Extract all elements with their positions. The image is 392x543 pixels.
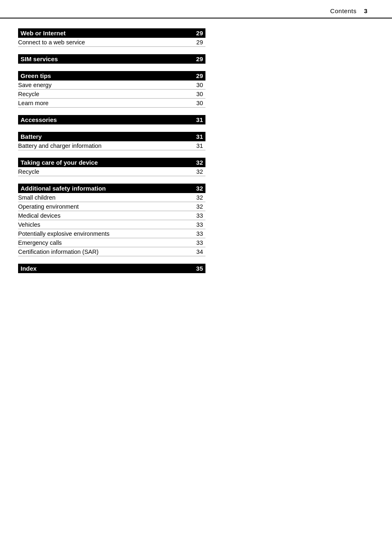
toc-section-index: Index35 bbox=[18, 264, 205, 273]
toc-section-header-taking-care[interactable]: Taking care of your device32 bbox=[18, 158, 205, 167]
toc-section-header-web-internet[interactable]: Web or Internet29 bbox=[18, 28, 205, 38]
toc-container: Web or Internet29Connect to a web servic… bbox=[0, 18, 230, 290]
toc-item[interactable]: Emergency calls33 bbox=[18, 238, 205, 247]
toc-section-page-green-tips: 29 bbox=[193, 72, 203, 79]
toc-item-page: 32 bbox=[193, 168, 203, 175]
page-header: Contents 3 bbox=[0, 0, 392, 18]
toc-section-page-battery: 31 bbox=[193, 133, 203, 140]
toc-items-battery: Battery and charger information31 bbox=[18, 141, 205, 150]
toc-section-web-internet: Web or Internet29Connect to a web servic… bbox=[18, 28, 205, 47]
toc-item[interactable]: Small children32 bbox=[18, 193, 205, 202]
toc-item-label: Recycle bbox=[18, 91, 39, 97]
toc-section-title-additional-safety: Additional safety information bbox=[21, 185, 106, 192]
toc-item-page: 30 bbox=[193, 82, 203, 88]
toc-item-page: 33 bbox=[193, 230, 203, 237]
toc-item-page: 30 bbox=[193, 100, 203, 106]
toc-item-label: Recycle bbox=[18, 168, 39, 175]
header-page-number: 3 bbox=[364, 7, 367, 14]
toc-section-green-tips: Green tips29Save energy30Recycle30Learn … bbox=[18, 71, 205, 108]
toc-section-title-sim-services: SIM services bbox=[21, 55, 58, 62]
toc-section-page-index: 35 bbox=[193, 265, 203, 272]
toc-item-label: Small children bbox=[18, 194, 55, 201]
toc-item-label: Certification information (SAR) bbox=[18, 248, 99, 255]
toc-section-page-taking-care: 32 bbox=[193, 159, 203, 166]
toc-item-page: 33 bbox=[193, 239, 203, 246]
toc-item-page: 31 bbox=[193, 143, 203, 149]
toc-section-header-accessories[interactable]: Accessories31 bbox=[18, 115, 205, 124]
toc-section-battery: Battery31Battery and charger information… bbox=[18, 132, 205, 150]
toc-item-label: Connect to a web service bbox=[18, 39, 85, 46]
toc-item[interactable]: Battery and charger information31 bbox=[18, 141, 205, 150]
toc-items-taking-care: Recycle32 bbox=[18, 167, 205, 176]
toc-item[interactable]: Recycle32 bbox=[18, 167, 205, 176]
toc-item[interactable]: Learn more30 bbox=[18, 99, 205, 108]
toc-item-page: 32 bbox=[193, 194, 203, 201]
toc-section-title-taking-care: Taking care of your device bbox=[21, 159, 98, 166]
toc-section-header-battery[interactable]: Battery31 bbox=[18, 132, 205, 141]
toc-item[interactable]: Operating environment32 bbox=[18, 202, 205, 211]
toc-item-label: Learn more bbox=[18, 100, 48, 106]
toc-section-accessories: Accessories31 bbox=[18, 115, 205, 124]
toc-section-title-index: Index bbox=[21, 265, 37, 272]
toc-section-header-sim-services[interactable]: SIM services29 bbox=[18, 54, 205, 64]
toc-item-label: Potentially explosive environments bbox=[18, 230, 109, 237]
toc-section-title-green-tips: Green tips bbox=[21, 72, 51, 79]
toc-section-header-green-tips[interactable]: Green tips29 bbox=[18, 71, 205, 81]
toc-item-page: 29 bbox=[193, 39, 203, 46]
toc-item-page: 32 bbox=[193, 203, 203, 210]
toc-item-label: Emergency calls bbox=[18, 239, 62, 246]
toc-section-page-web-internet: 29 bbox=[193, 30, 203, 37]
toc-section-title-web-internet: Web or Internet bbox=[21, 30, 66, 37]
toc-item-label: Battery and charger information bbox=[18, 143, 101, 149]
toc-item[interactable]: Vehicles33 bbox=[18, 220, 205, 229]
toc-item-page: 33 bbox=[193, 221, 203, 228]
toc-section-sim-services: SIM services29 bbox=[18, 54, 205, 64]
toc-section-header-additional-safety[interactable]: Additional safety information32 bbox=[18, 184, 205, 193]
toc-section-title-accessories: Accessories bbox=[21, 116, 57, 123]
toc-item[interactable]: Recycle30 bbox=[18, 90, 205, 99]
toc-item[interactable]: Medical devices33 bbox=[18, 211, 205, 220]
toc-item-label: Operating environment bbox=[18, 203, 79, 210]
toc-section-page-additional-safety: 32 bbox=[193, 185, 203, 192]
toc-items-additional-safety: Small children32Operating environment32M… bbox=[18, 193, 205, 256]
header-title: Contents bbox=[330, 7, 357, 14]
toc-items-green-tips: Save energy30Recycle30Learn more30 bbox=[18, 81, 205, 108]
toc-item-page: 34 bbox=[193, 248, 203, 255]
toc-item-label: Medical devices bbox=[18, 212, 60, 219]
toc-items-web-internet: Connect to a web service29 bbox=[18, 38, 205, 47]
toc-section-taking-care: Taking care of your device32Recycle32 bbox=[18, 158, 205, 176]
toc-item[interactable]: Certification information (SAR)34 bbox=[18, 247, 205, 256]
toc-item-label: Save energy bbox=[18, 82, 51, 88]
toc-item-page: 33 bbox=[193, 212, 203, 219]
toc-section-header-index[interactable]: Index35 bbox=[18, 264, 205, 273]
toc-item-page: 30 bbox=[193, 91, 203, 97]
toc-item[interactable]: Save energy30 bbox=[18, 81, 205, 90]
toc-item[interactable]: Connect to a web service29 bbox=[18, 38, 205, 47]
toc-section-page-accessories: 31 bbox=[193, 116, 203, 123]
toc-item[interactable]: Potentially explosive environments33 bbox=[18, 229, 205, 238]
toc-item-label: Vehicles bbox=[18, 221, 40, 228]
toc-section-page-sim-services: 29 bbox=[193, 55, 203, 62]
toc-section-additional-safety: Additional safety information32Small chi… bbox=[18, 184, 205, 256]
toc-section-title-battery: Battery bbox=[21, 133, 42, 140]
